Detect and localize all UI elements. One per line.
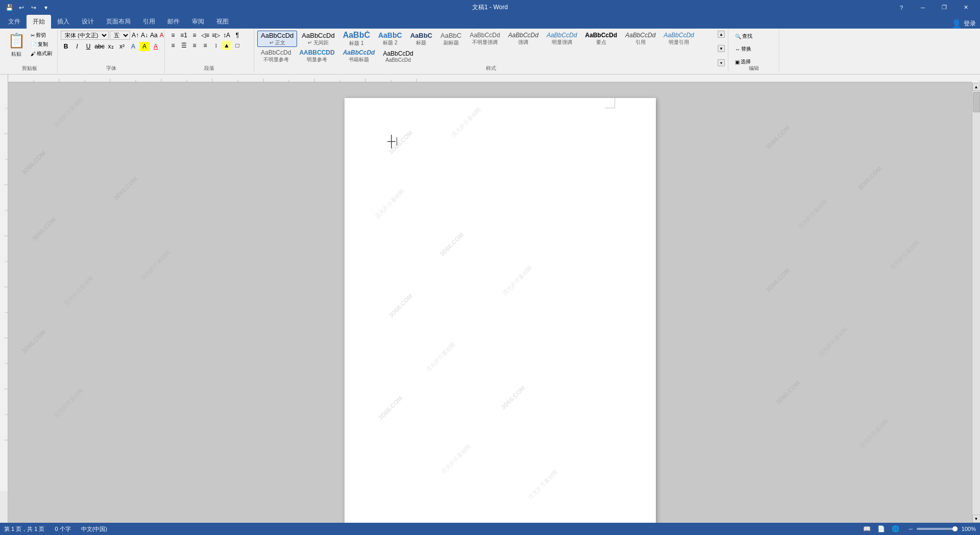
style-intense-em[interactable]: AaBbCcDd明显强调 bbox=[543, 31, 580, 47]
style-strong[interactable]: AaBbCcDd要点 bbox=[581, 31, 621, 47]
scroll-down-btn[interactable]: ▼ bbox=[972, 515, 981, 523]
watermark-right-7: 流光岁月素材网 bbox=[888, 238, 921, 272]
tab-file[interactable]: 文件 bbox=[2, 15, 27, 29]
save-quick-btn[interactable]: 💾 bbox=[4, 3, 14, 13]
redo-quick-btn[interactable]: ↪ bbox=[29, 3, 39, 13]
styles-more[interactable]: ▾ bbox=[718, 59, 725, 66]
scroll-track[interactable] bbox=[972, 91, 981, 515]
copy-btn[interactable]: 📄 复制 bbox=[29, 40, 54, 49]
para-label: 段落 bbox=[204, 65, 214, 72]
copy-icon: 📄 bbox=[31, 42, 37, 47]
tab-insert[interactable]: 插入 bbox=[51, 15, 76, 29]
increase-font-btn[interactable]: A↑ bbox=[131, 31, 139, 40]
border-btn[interactable]: □ bbox=[232, 41, 242, 50]
line-spacing-btn[interactable]: ↕ bbox=[211, 41, 221, 50]
restore-btn[interactable]: ❐ bbox=[934, 3, 954, 13]
font-name-select[interactable]: 宋体 (中文正) bbox=[61, 31, 109, 40]
ruler-v-svg bbox=[0, 83, 8, 491]
style-no-spacing[interactable]: AaBbCcDd↵ 无间距 bbox=[298, 31, 338, 47]
show-hide-btn[interactable]: ¶ bbox=[232, 31, 242, 40]
ruler-corner-right bbox=[972, 75, 980, 83]
style-quote[interactable]: AaBbCcDd引用 bbox=[622, 31, 659, 47]
minimize-btn[interactable]: ─ bbox=[913, 3, 933, 13]
style-h3[interactable]: AaBbC标题 bbox=[407, 31, 436, 47]
center-btn[interactable]: ☰ bbox=[179, 41, 189, 50]
para-row1: ≡ ≡1 ≡ ◁≡ ≡▷ ↕A ¶ bbox=[168, 31, 251, 40]
change-case-btn[interactable]: Aa bbox=[150, 31, 158, 40]
styles-scroll-down[interactable]: ▼ bbox=[718, 45, 725, 52]
close-btn[interactable]: ✕ bbox=[955, 3, 976, 13]
bullets-btn[interactable]: ≡ bbox=[168, 31, 178, 40]
style-subtitle[interactable]: AaBbC副标题 bbox=[437, 31, 465, 47]
shading-btn[interactable]: ▲ bbox=[222, 41, 232, 50]
cut-btn[interactable]: ✂ 剪切 bbox=[29, 31, 54, 40]
underline-btn[interactable]: U bbox=[83, 42, 93, 51]
scroll-thumb[interactable] bbox=[973, 92, 980, 112]
font-size-select[interactable]: 五号 bbox=[110, 31, 130, 40]
web-view-btn[interactable]: 🌐 bbox=[891, 524, 901, 533]
tab-view[interactable]: 视图 bbox=[210, 15, 235, 29]
sort-btn[interactable]: ↕A bbox=[222, 31, 232, 40]
styles-scroll-up[interactable]: ▲ bbox=[718, 31, 725, 38]
align-right-btn[interactable]: ≡ bbox=[189, 41, 200, 50]
login-area[interactable]: 👤 登录 bbox=[951, 19, 976, 29]
text-cursor-area: ┼ bbox=[387, 136, 397, 147]
replace-btn[interactable]: ↔ 替换 bbox=[731, 43, 776, 55]
font-label: 字体 bbox=[106, 65, 116, 72]
align-left-btn[interactable]: ≡ bbox=[168, 41, 178, 50]
customize-quick-btn[interactable]: ▾ bbox=[41, 3, 51, 13]
subscript-btn[interactable]: x₂ bbox=[106, 42, 116, 51]
style-emphasis[interactable]: AaBbCcDd强调 bbox=[505, 31, 542, 47]
watermark-bg-5: 3D66.COM bbox=[20, 328, 47, 355]
style-book-title[interactable]: AaBbCcDd书籍标题 bbox=[339, 48, 379, 64]
style-h2[interactable]: AaBbC标题 2 bbox=[375, 31, 406, 47]
font-color-btn[interactable]: A bbox=[151, 42, 161, 51]
style-subtle-ref[interactable]: AaBbCcDd不明显参考 bbox=[257, 48, 295, 64]
multilevel-list-btn[interactable]: ≡ bbox=[189, 31, 200, 40]
highlight-btn[interactable]: A bbox=[139, 42, 150, 51]
watermark-right-4: 流光岁月素材网 bbox=[817, 325, 850, 358]
help-btn[interactable]: ? bbox=[891, 3, 912, 13]
decrease-font-btn[interactable]: A↓ bbox=[140, 31, 149, 40]
style-h1[interactable]: AaBbĊ标题 1 bbox=[339, 31, 374, 47]
style-intense-ref[interactable]: AaBbCcDd明显参考 bbox=[296, 48, 338, 64]
tab-ref[interactable]: 引用 bbox=[137, 15, 161, 29]
scroll-up-btn[interactable]: ▲ bbox=[972, 83, 981, 91]
paste-btn[interactable]: 📋 bbox=[5, 31, 28, 51]
editing-group: 🔍 查找 ↔ 替换 ▣ 选择 编辑 bbox=[728, 30, 779, 73]
undo-quick-btn[interactable]: ↩ bbox=[16, 3, 27, 13]
text-effect-btn[interactable]: A bbox=[128, 42, 138, 51]
page-view-btn[interactable]: 📄 bbox=[876, 524, 887, 533]
superscript-btn[interactable]: x² bbox=[117, 42, 127, 51]
tab-design[interactable]: 设计 bbox=[76, 15, 100, 29]
zoom-slider[interactable] bbox=[917, 528, 958, 530]
tab-mail[interactable]: 邮件 bbox=[161, 15, 186, 29]
scrollbar-vertical[interactable]: ▲ ▼ bbox=[972, 83, 980, 523]
tab-home[interactable]: 开始 bbox=[27, 15, 51, 29]
numbering-btn[interactable]: ≡1 bbox=[179, 31, 189, 40]
style-subtle-em[interactable]: AaBbCcDd不明显强调 bbox=[466, 31, 503, 47]
bold-btn[interactable]: B bbox=[61, 42, 71, 51]
increase-indent-btn[interactable]: ≡▷ bbox=[211, 31, 221, 40]
watermark-bg-2: 流光岁月素材网 bbox=[52, 95, 85, 129]
watermark-right-8: 流光岁月素材网 bbox=[857, 417, 891, 450]
tab-layout[interactable]: 页面布局 bbox=[100, 15, 137, 29]
find-btn[interactable]: 🔍 查找 bbox=[731, 31, 776, 42]
style-list-para[interactable]: AaBbCcDdAaBbCcDd bbox=[379, 48, 416, 64]
document-page[interactable]: ┼ 3D66.COM 流光岁月素材网 流光岁月素材网 3D66.COM 3D66… bbox=[345, 98, 656, 523]
style-intense-q[interactable]: AaBbCcDd明显引用 bbox=[660, 31, 697, 47]
justify-btn[interactable]: ≡ bbox=[200, 41, 210, 50]
zoom-thumb[interactable] bbox=[952, 526, 958, 531]
watermark-right-6: 3D66.COM bbox=[856, 165, 883, 191]
document-canvas[interactable]: 3D66.COM 流光岁月素材网 3D66.COM 流光岁月素材网 3D66.C… bbox=[8, 83, 972, 523]
ruler-horizontal bbox=[8, 75, 972, 83]
decrease-indent-btn[interactable]: ◁≡ bbox=[200, 31, 210, 40]
tab-review[interactable]: 审阅 bbox=[186, 15, 210, 29]
format-painter-btn[interactable]: 🖌 格式刷 bbox=[29, 49, 54, 58]
word-count: 0 个字 bbox=[55, 525, 70, 533]
style-normal[interactable]: AaBbCcDd↵ 正文 bbox=[257, 31, 297, 47]
clear-format-btn[interactable]: A bbox=[159, 31, 164, 40]
reading-view-btn[interactable]: 📖 bbox=[862, 524, 872, 533]
strikethrough-btn[interactable]: abc bbox=[94, 42, 105, 51]
italic-btn[interactable]: I bbox=[72, 42, 82, 51]
